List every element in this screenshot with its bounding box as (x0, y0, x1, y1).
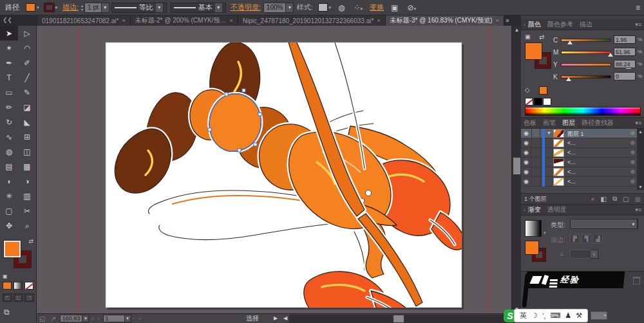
tool-eraser[interactable]: ◪ (18, 100, 36, 115)
make-clip-mask-icon[interactable]: ◧ (601, 196, 607, 203)
new-sublayer-icon[interactable]: ⧉ (612, 195, 617, 203)
stroke-apply-across-icon[interactable]: ▟ (593, 234, 603, 243)
tab-title[interactable]: 未标题-2* @ 200% (CMYK/预… (135, 16, 227, 25)
target-circle-icon[interactable]: ◎ (630, 178, 635, 184)
tab-title[interactable]: 未标题-3* @ 160.83% (CMYK/预览) (390, 16, 493, 25)
stroke-apply-along-icon[interactable]: ▜ (582, 234, 591, 243)
tool-line-segment[interactable]: ╱ (18, 70, 36, 85)
layer-row[interactable]: ◉ ▼ <... ◎ (521, 148, 644, 158)
horizontal-scrollbar[interactable] (289, 315, 508, 323)
channel-value-field[interactable]: 88.24 (614, 60, 636, 68)
ime-language-toggle[interactable]: 英 (520, 311, 527, 320)
lock-cell[interactable] (532, 129, 540, 138)
layer-name[interactable]: <... (567, 149, 576, 156)
layer-name[interactable]: 图层 1 (567, 130, 584, 138)
panel-menu-icon[interactable]: ▾≡ (635, 21, 641, 28)
visibility-eye-icon[interactable]: ◉ (521, 129, 532, 138)
gradient-preview-swatch[interactable] (525, 220, 542, 237)
tool-zoom[interactable]: ⌕ (18, 218, 36, 233)
dropdown-icon[interactable]: ▼ (591, 250, 598, 259)
select-similar-icon[interactable]: ⊘▾ (407, 3, 416, 12)
expander-triangle-icon[interactable]: ▼ (547, 131, 551, 135)
stroke-apply-within-icon[interactable]: ▛ (570, 234, 580, 243)
channel-value-field[interactable]: 0 (614, 72, 636, 80)
tool-gradient[interactable]: ▩ (18, 159, 36, 174)
tab-title[interactable]: 0190118210653247082.ai* (42, 17, 118, 24)
layer-thumbnail[interactable] (553, 158, 564, 167)
chevron-down-icon[interactable]: ▾ (55, 5, 58, 10)
panel-tab[interactable]: 渐变 (528, 205, 541, 214)
out-of-gamut-icon[interactable]: ◇ (525, 86, 530, 93)
share-icon[interactable]: ↗ (50, 315, 55, 322)
none-mode-button[interactable] (24, 282, 33, 290)
prev-artboard-icon[interactable]: ‹ (98, 316, 100, 322)
layer-row[interactable]: ◉ ▼ <... ◎ (521, 158, 644, 167)
gamut-color-swatch[interactable] (539, 86, 547, 95)
tool-free-transform[interactable]: ⊞ (18, 129, 36, 144)
layer-name[interactable]: <... (567, 169, 576, 175)
panel-menu-icon[interactable]: ▾≡ (635, 120, 641, 126)
tool-column-graph[interactable]: ▥ (18, 189, 36, 203)
lock-cell[interactable] (532, 138, 540, 148)
slider-thumb[interactable] (566, 77, 571, 81)
chevron-down-icon[interactable]: ▾ (329, 5, 332, 10)
draw-normal-button[interactable]: ◰ (3, 293, 12, 302)
default-fill-stroke-icon[interactable]: ▣ (3, 273, 8, 279)
layer-name[interactable]: <... (567, 159, 576, 165)
artboard-dropdown-icon[interactable]: ▼ (125, 315, 131, 322)
gradient-mode-button[interactable] (14, 282, 23, 290)
layer-row[interactable]: ◉ ▼ <... ◎ (521, 167, 644, 177)
chevron-down-icon[interactable]: ▾ (544, 230, 546, 235)
brush-definition-dropdown[interactable]: 基本▼ (171, 3, 226, 13)
tab-title[interactable]: Nipic_24787180_20190120132732366033.ai* (243, 17, 374, 24)
style-dropdown[interactable]: ▾ (318, 3, 332, 12)
layer-name[interactable]: <... (567, 178, 576, 185)
stroke-panel-link[interactable]: 描边: (62, 3, 79, 12)
swap-fill-stroke-icon[interactable]: ⇄ (28, 238, 33, 245)
tool-perspective-grid[interactable]: ◫ (18, 144, 36, 159)
tool-mesh[interactable]: ▤ (0, 159, 18, 174)
horizontal-scroll-thumb[interactable] (393, 315, 404, 322)
tool-slice[interactable]: ✂ (18, 203, 36, 218)
scroll-up-icon[interactable]: ▲ (512, 27, 522, 33)
panel-menu-icon[interactable]: ▾≡ (635, 207, 641, 213)
screen-mode-button[interactable]: ⧉ (4, 308, 10, 317)
layer-row[interactable]: ◉ ▼ 图层 1 ◎ (521, 129, 644, 138)
align-icon[interactable]: ⁘▾ (354, 3, 363, 12)
slider-track[interactable] (561, 63, 611, 66)
next-artboard-icon[interactable]: › (133, 316, 135, 322)
tab-overflow-icon[interactable]: » (506, 15, 509, 26)
scroll-right-icon[interactable]: ◀ (283, 315, 287, 321)
dropdown-icon[interactable]: ▼ (215, 3, 223, 13)
scroll-up-icon[interactable]: ▲ (637, 129, 644, 134)
panel-tab[interactable]: 透明度 (547, 205, 567, 214)
layers-scrollbar[interactable]: ▲ ▼ (637, 129, 644, 190)
visibility-eye-icon[interactable]: ◉ (521, 148, 532, 158)
default-swatches-icon[interactable]: ▣ (525, 33, 531, 40)
panel-tab[interactable]: 色板 (524, 118, 536, 127)
close-icon[interactable]: × (377, 17, 380, 24)
stroke-width-stepper[interactable]: ▴▾ (81, 4, 83, 12)
tool-width[interactable]: ∿ (0, 129, 18, 144)
tool-hand[interactable]: ✥ (0, 218, 18, 233)
tool-eyedropper[interactable]: ◗ (0, 174, 18, 189)
gradient-angle-dropdown[interactable]: ▼ (570, 250, 598, 259)
tool-blend[interactable]: ◑ (18, 174, 36, 189)
visibility-eye-icon[interactable]: ◉ (521, 177, 532, 187)
tool-symbol-sprayer[interactable]: ✳ (0, 189, 18, 203)
moon-mode-icon[interactable]: ☽ (531, 311, 538, 320)
tool-magic-wand[interactable]: ✶ (0, 41, 18, 55)
fill-color-proxy[interactable] (525, 42, 542, 60)
target-circle-icon[interactable]: ◎ (630, 130, 635, 136)
white-swatch[interactable] (543, 98, 551, 106)
target-circle-icon[interactable]: ◎ (630, 159, 635, 165)
fill-proxy[interactable] (4, 241, 21, 257)
lock-cell[interactable] (532, 158, 540, 167)
zoom-level-field[interactable]: 160.83 (60, 315, 83, 322)
locate-object-icon[interactable]: ⌕ (591, 195, 595, 203)
dropdown-icon[interactable]: ▼ (156, 3, 164, 13)
punctuation-icon[interactable]: ’, (542, 312, 546, 320)
tool-artboard[interactable]: ▢ (0, 203, 18, 218)
tool-shape-builder[interactable]: ◍ (0, 144, 18, 159)
delete-layer-icon[interactable]: ▦ (635, 196, 641, 203)
